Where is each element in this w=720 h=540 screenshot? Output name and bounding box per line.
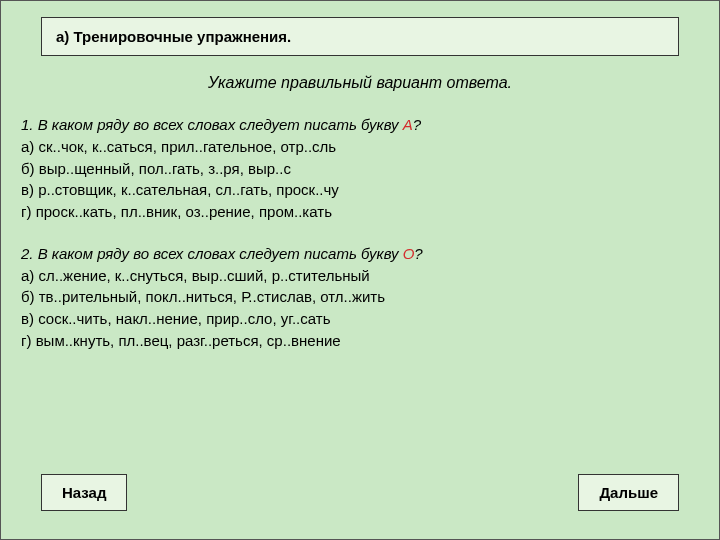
back-button[interactable]: Назад bbox=[41, 474, 127, 511]
q2-prompt-highlight: О bbox=[403, 245, 415, 262]
question-2-prompt: 2. В каком ряду во всех словах следует п… bbox=[21, 243, 699, 265]
next-button[interactable]: Дальше bbox=[578, 474, 679, 511]
q1-prompt-highlight: А bbox=[403, 116, 413, 133]
q1-option-b: б) выр..щенный, пол..гать, з..ря, выр..с bbox=[21, 158, 699, 180]
q1-prompt-pre: 1. В каком ряду во всех словах следует п… bbox=[21, 116, 403, 133]
q1-option-c: в) р..стовщик, к..сательная, сл..гать, п… bbox=[21, 179, 699, 201]
q2-prompt-pre: 2. В каком ряду во всех словах следует п… bbox=[21, 245, 403, 262]
q2-option-d: г) вым..кнуть, пл..вец, разг..реться, ср… bbox=[21, 330, 699, 352]
q1-option-d: г) проск..кать, пл..вник, оз..рение, про… bbox=[21, 201, 699, 223]
q1-prompt-post: ? bbox=[413, 116, 421, 133]
instruction-text: Укажите правильный вариант ответа. bbox=[1, 74, 719, 92]
q1-option-a: а) ск..чок, к..саться, прил..гательное, … bbox=[21, 136, 699, 158]
q2-option-c: в) соск..чить, накл..нение, прир..сло, у… bbox=[21, 308, 699, 330]
button-row: Назад Дальше bbox=[1, 474, 719, 511]
question-1-prompt: 1. В каком ряду во всех словах следует п… bbox=[21, 114, 699, 136]
q2-prompt-post: ? bbox=[414, 245, 422, 262]
header-text: а) Тренировочные упражнения. bbox=[56, 28, 291, 45]
q2-option-a: а) сл..жение, к..снуться, выр..сший, р..… bbox=[21, 265, 699, 287]
content-area: 1. В каком ряду во всех словах следует п… bbox=[1, 92, 719, 352]
q2-option-b: б) тв..рительный, покл..ниться, Р..стисл… bbox=[21, 286, 699, 308]
header-box: а) Тренировочные упражнения. bbox=[41, 17, 679, 56]
